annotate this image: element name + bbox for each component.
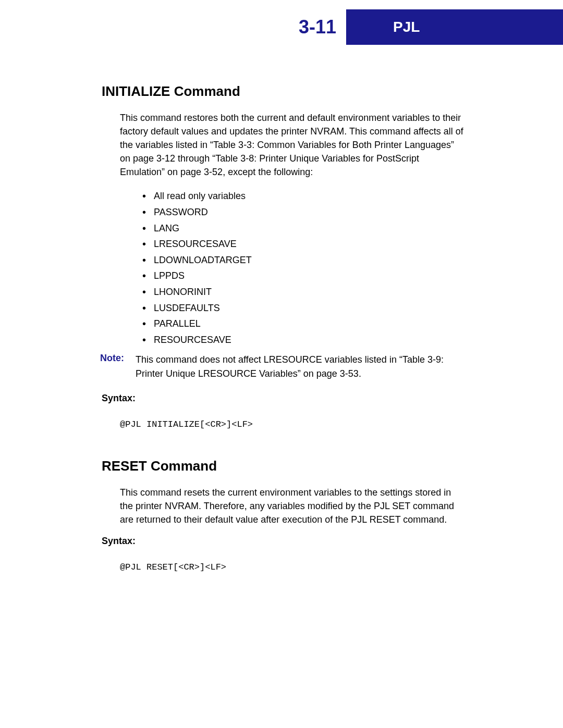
note-row: Note: This command does not affect LRESO… [100,353,467,380]
initialize-syntax-code: @PJL INITIALIZE[<CR>]<LF> [120,419,467,429]
chapter-label: PJL [393,19,420,35]
list-item: LHONORINIT [142,284,467,300]
syntax-label: Syntax: [102,536,467,547]
note-text: This command does not affect LRESOURCE v… [136,353,467,380]
list-item: LPPDS [142,268,467,284]
page-number: 3-11 [299,16,336,38]
page-number-box: 3-11 [289,9,346,45]
reset-heading: RESET Command [102,458,467,474]
list-item: LRESOURCESAVE [142,236,467,252]
list-item: All read only variables [142,188,467,204]
list-item: LDOWNLOADTARGET [142,252,467,268]
list-item: LUSDEFAULTS [142,300,467,316]
initialize-bullet-list: All read only variables PASSWORD LANG LR… [142,188,467,348]
initialize-heading: INITIALIZE Command [102,83,467,100]
reset-section: RESET Command This command resets the cu… [102,458,467,572]
page-content: INITIALIZE Command This command restores… [102,83,467,598]
list-item: LANG [142,220,467,237]
reset-intro: This command resets the current environm… [120,486,467,526]
list-item: RESOURCESAVE [142,332,467,348]
list-item: PARALLEL [142,316,467,332]
list-item: PASSWORD [142,204,467,220]
header-bar: 3-11 PJL [289,9,563,45]
note-label: Note: [100,353,136,380]
initialize-intro: This command restores both the current a… [120,111,467,179]
reset-syntax-code: @PJL RESET[<CR>]<LF> [120,562,467,572]
syntax-label: Syntax: [102,393,467,404]
